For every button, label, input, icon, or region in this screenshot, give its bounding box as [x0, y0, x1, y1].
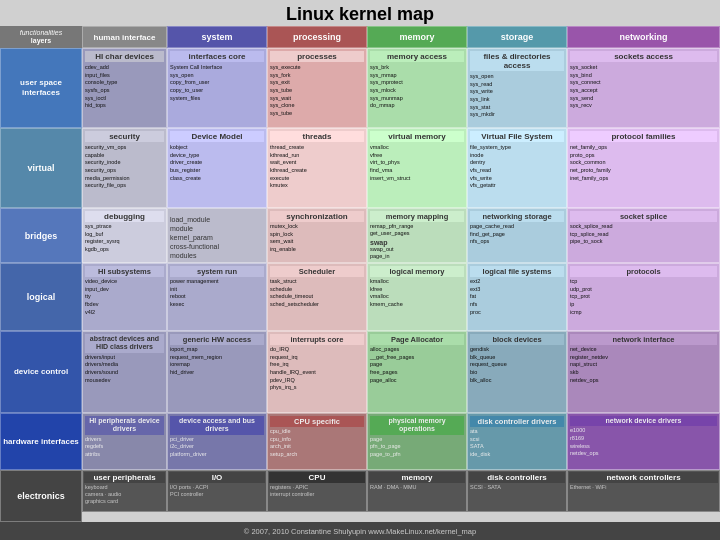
- cell-logical-human: HI subsystems video_deviceinput_devttyfb…: [82, 263, 167, 331]
- row-electronics: user peripherals keyboardcamera · audiog…: [82, 470, 720, 512]
- cell-virtual-memory: virtual memory vmallocvfreevirt_to_physf…: [367, 128, 467, 208]
- col-storage: storage: [467, 26, 567, 48]
- cell-elec-storage: disk controllers SCSI · SATA: [467, 470, 567, 512]
- cell-hw-storage: disk controller drivers atascsiSATAide_d…: [467, 413, 567, 470]
- row-logical: HI subsystems video_deviceinput_devttyfb…: [82, 263, 720, 331]
- cell-device-networking: network interface net_deviceregister_net…: [567, 331, 720, 413]
- cell-virtual-networking: protocol families net_family_opsproto_op…: [567, 128, 720, 208]
- cell-device-memory: Page Allocator alloc_pages__get_free_pag…: [367, 331, 467, 413]
- cell-logical-storage: logical file systems ext2ext3fatnfsproc: [467, 263, 567, 331]
- row-label-user-space: user space interfaces: [0, 48, 82, 128]
- cell-device-processing: interrupts core do_IRQrequest_irqfree_ir…: [267, 331, 367, 413]
- cell-hw-system: device access and bus drivers pci_driver…: [167, 413, 267, 470]
- cell-device-system: generic HW access ioport_maprequest_mem_…: [167, 331, 267, 413]
- cell-user-human: HI char devices cdev_addinput_filesconso…: [82, 48, 167, 128]
- col-networking: networking: [567, 26, 720, 48]
- cell-bridges-processing: synchronization mutex_lockspin_locksem_w…: [267, 208, 367, 263]
- cell-user-storage: files & directories access sys_opensys_r…: [467, 48, 567, 128]
- col-processing: processing: [267, 26, 367, 48]
- cell-elec-io: I/O I/O ports · ACPIPCI controller: [167, 470, 267, 512]
- grid-content: HI char devices cdev_addinput_filesconso…: [82, 48, 720, 522]
- cell-bridges-human: debugging sys_ptracelog_bufregister_sysr…: [82, 208, 167, 263]
- cell-bridges-networking: socket splice sock_splice_readtcp_splice…: [567, 208, 720, 263]
- cell-hw-human: HI peripherals device drivers driversreg…: [82, 413, 167, 470]
- cell-user-networking: sockets access sys_socketsys_bindsys_con…: [567, 48, 720, 128]
- cell-hw-processing: CPU specific cpu_idlecpu_infoarch_initse…: [267, 413, 367, 470]
- row-labels: user space interfaces virtual bridges lo…: [0, 48, 82, 522]
- cell-virtual-processing: threads thread_createkthread_runwait_eve…: [267, 128, 367, 208]
- cell-bridges-storage: networking storage page_cache_readfind_g…: [467, 208, 567, 263]
- cell-elec-human: user peripherals keyboardcamera · audiog…: [82, 470, 167, 512]
- cell-user-memory: memory access sys_brksys_mmapsys_mprotec…: [367, 48, 467, 128]
- cell-device-human: abstract devices and HID class drivers d…: [82, 331, 167, 413]
- footer: © 2007, 2010 Constantine Shulyupin www.M…: [0, 522, 720, 540]
- col-system: system: [167, 26, 267, 48]
- col-memory: memory: [367, 26, 467, 48]
- cell-hw-networking: network device drivers e1000r8169wireles…: [567, 413, 720, 470]
- cell-hw-memory: physical memory operations pagepfn_to_pa…: [367, 413, 467, 470]
- cell-user-processing: processes sys_executesys_forksys_exitsys…: [267, 48, 367, 128]
- page-title: Linux kernel map: [0, 0, 720, 27]
- row-label-bridges: bridges: [0, 208, 82, 263]
- row-label-virtual: virtual: [0, 128, 82, 208]
- col-human-interface: human interface: [82, 26, 167, 48]
- row-device-control: abstract devices and HID class drivers d…: [82, 331, 720, 413]
- row-label-device-control: device control: [0, 331, 82, 413]
- cell-logical-memory: logical memory kmallockfreevmallockmem_c…: [367, 263, 467, 331]
- corner-label: functionalitieslayers: [0, 26, 82, 48]
- cell-elec-cpu: CPU registers · APICinterrupt controller: [267, 470, 367, 512]
- cell-device-storage: block devices gendiskblk_queuerequest_qu…: [467, 331, 567, 413]
- cell-bridges-system: load_modulemodulekernel_paramcross-funct…: [167, 208, 267, 263]
- row-virtual: security security_vm_opscapablesecurity_…: [82, 128, 720, 208]
- cell-virtual-storage: Virtual File System file_system_typeinod…: [467, 128, 567, 208]
- cell-bridges-memory: memory mapping remap_pfn_rangeget_user_p…: [367, 208, 467, 263]
- row-label-logical: logical: [0, 263, 82, 331]
- cell-virtual-system: Device Model kobjectdevice_typedriver_cr…: [167, 128, 267, 208]
- cell-logical-processing: Scheduler task_structscheduleschedule_ti…: [267, 263, 367, 331]
- row-bridges: debugging sys_ptracelog_bufregister_sysr…: [82, 208, 720, 263]
- cell-elec-networking: network controllers Ethernet · WiFi: [567, 470, 720, 512]
- cell-logical-system: system run power managementinitrebootkex…: [167, 263, 267, 331]
- row-hardware-interfaces: HI peripherals device drivers driversreg…: [82, 413, 720, 470]
- cell-virtual-human: security security_vm_opscapablesecurity_…: [82, 128, 167, 208]
- cell-logical-networking: protocols tcpudp_prottcp_protipicmp: [567, 263, 720, 331]
- cell-user-system: interfaces core System Call Interfacesys…: [167, 48, 267, 128]
- row-label-hardware-interfaces: hardware interfaces: [0, 413, 82, 470]
- column-headers: human interface system processing memory…: [82, 26, 720, 48]
- cell-elec-memory: memory RAM · DMA · MMU: [367, 470, 467, 512]
- row-user-space: HI char devices cdev_addinput_filesconso…: [82, 48, 720, 128]
- main-container: Linux kernel map functionalitieslayers h…: [0, 0, 720, 540]
- row-label-electronics: electronics: [0, 470, 82, 522]
